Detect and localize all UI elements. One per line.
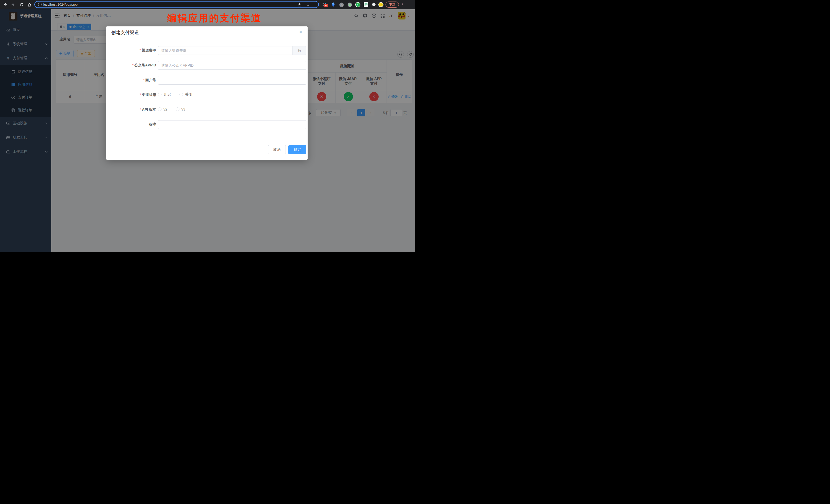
- svg-text:Y: Y: [357, 3, 359, 6]
- field-label-remark: 备注: [106, 122, 156, 127]
- field-label-appid: *公众号APPID: [106, 63, 156, 68]
- cancel-button[interactable]: 取消: [268, 145, 286, 154]
- site-info-icon[interactable]: [38, 3, 42, 6]
- create-pay-channel-dialog: 创建支付渠道 ✕ *渠道费率 % *公众号APPID *商户号 *渠道状态 开启: [106, 26, 308, 160]
- bookmark-star-icon[interactable]: ☆: [306, 2, 310, 7]
- annotation-text: 编辑应用的支付渠道: [167, 12, 262, 25]
- api-v3-radio[interactable]: v3: [176, 107, 185, 111]
- browser-back-icon[interactable]: [2, 2, 8, 8]
- browser-forward-icon[interactable]: [10, 2, 17, 8]
- browser-home-icon[interactable]: [26, 2, 32, 8]
- radio-circle: [180, 93, 183, 96]
- dialog-title: 创建支付渠道: [111, 30, 139, 36]
- merchant-input[interactable]: [158, 76, 306, 85]
- api-v2-radio[interactable]: v2: [158, 107, 167, 111]
- radio-circle: [176, 107, 180, 111]
- close-icon[interactable]: ✕: [299, 30, 302, 35]
- browser-update-button[interactable]: 更新: [385, 2, 399, 8]
- extension-y-icon[interactable]: Y: [355, 2, 360, 7]
- appid-input[interactable]: [158, 61, 306, 70]
- field-label-status: *渠道状态: [106, 93, 156, 97]
- field-label-api: *API 版本: [106, 107, 156, 112]
- status-on-radio[interactable]: 开启: [158, 92, 171, 97]
- extension-sidebar-icon[interactable]: 10: [322, 2, 327, 7]
- extension-gem-icon[interactable]: [331, 2, 336, 7]
- extension-dot-icon[interactable]: [347, 2, 352, 7]
- radio-circle: [158, 93, 161, 96]
- extension-emoji-icon[interactable]: [378, 2, 383, 7]
- remark-input[interactable]: [158, 120, 306, 129]
- rate-input[interactable]: [158, 46, 292, 55]
- browser-toolbar: localhost:1024/pay/app ☆ 10 ⌘ Y: [0, 0, 415, 9]
- field-label-rate: *渠道费率: [106, 48, 156, 53]
- extension-chat-icon[interactable]: [363, 2, 369, 7]
- svg-text:⌘: ⌘: [340, 3, 343, 6]
- url-bar[interactable]: localhost:1024/pay/app ☆: [34, 1, 319, 8]
- confirm-button[interactable]: 确定: [288, 145, 306, 154]
- extensions-puzzle-icon[interactable]: [371, 2, 376, 7]
- percent-append: %: [292, 46, 306, 55]
- share-icon[interactable]: [297, 3, 301, 7]
- extension-badge: 10: [324, 4, 328, 7]
- url-text: localhost:1024/pay/app: [43, 3, 78, 6]
- field-label-merchant: *商户号: [106, 78, 156, 83]
- extension-command-icon[interactable]: ⌘: [339, 2, 344, 7]
- browser-reload-icon[interactable]: [19, 2, 25, 8]
- screen: localhost:1024/pay/app ☆ 10 ⌘ Y: [0, 0, 415, 252]
- radio-circle: [158, 107, 161, 111]
- status-off-radio[interactable]: 关闭: [180, 92, 192, 97]
- browser-menu-icon[interactable]: ⋮: [401, 1, 405, 8]
